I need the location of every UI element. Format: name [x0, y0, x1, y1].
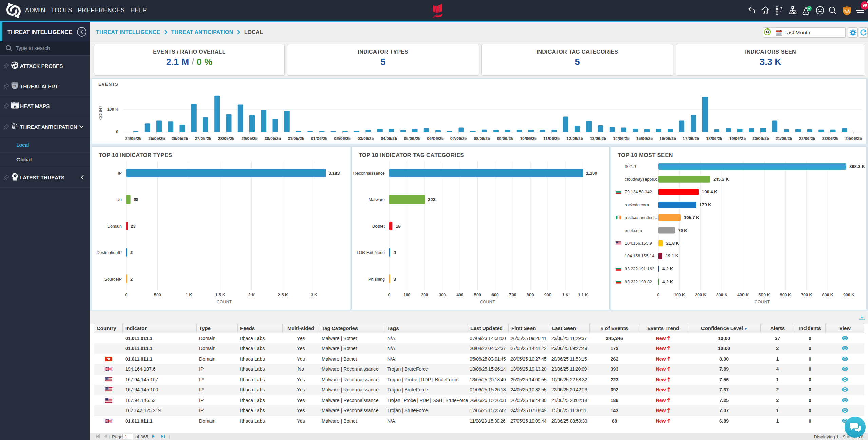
svg-text:12/06/25: 12/06/25 [566, 136, 583, 141]
svg-text:1,100: 1,100 [586, 171, 597, 176]
svg-text:100: 100 [403, 293, 410, 298]
svg-text:79.124.58.142: 79.124.58.142 [625, 190, 652, 194]
svg-text:cloudwaysapps.c…: cloudwaysapps.c… [625, 177, 661, 182]
svg-text:79 K: 79 K [678, 228, 688, 233]
svg-text:800 K: 800 K [822, 293, 833, 298]
svg-text:27/05/25: 27/05/25 [195, 136, 211, 141]
svg-text:888.3 K: 888.3 K [849, 164, 865, 169]
svg-text:0: 0 [388, 293, 391, 298]
svg-text:2.5 K: 2.5 K [278, 293, 288, 298]
svg-text:10/06/25: 10/06/25 [520, 136, 537, 141]
svg-text:1 K: 1 K [562, 293, 568, 298]
svg-text:24/06/25: 24/06/25 [845, 136, 862, 141]
svg-text:EVENTS: EVENTS [98, 82, 118, 87]
svg-text:245.3 K: 245.3 K [713, 177, 729, 182]
svg-text:23: 23 [131, 224, 135, 229]
svg-text:18: 18 [396, 224, 400, 229]
svg-text:COUNT: COUNT [480, 300, 495, 304]
svg-text:25/05/25: 25/05/25 [148, 136, 165, 141]
svg-text:1.5 K: 1.5 K [215, 293, 225, 298]
svg-text:0: 0 [125, 293, 128, 298]
svg-text:3: 3 [393, 276, 396, 282]
svg-text:ff02::1: ff02::1 [625, 164, 637, 169]
svg-text:400: 400 [456, 293, 463, 298]
svg-text:SourceIP: SourceIP [104, 277, 122, 282]
svg-text:500: 500 [474, 293, 481, 298]
svg-text:29/05/25: 29/05/25 [241, 136, 258, 141]
svg-text:3,183: 3,183 [329, 171, 340, 176]
svg-text:100 K: 100 K [107, 107, 118, 112]
svg-text:104.156.155.14: 104.156.155.14 [625, 254, 654, 259]
svg-text:COUNT: COUNT [98, 105, 103, 120]
svg-text:105.7 K: 105.7 K [684, 215, 699, 220]
svg-text:0: 0 [116, 130, 118, 134]
svg-text:03/06/25: 03/06/25 [358, 136, 374, 141]
svg-text:09/06/25: 09/06/25 [497, 136, 514, 141]
svg-text:TOP 10 INDICATOR TAG CATEGORIE: TOP 10 INDICATOR TAG CATEGORIES [359, 152, 464, 158]
svg-text:msftconnecttest…: msftconnecttest… [625, 215, 659, 220]
svg-text:900: 900 [544, 293, 552, 298]
svg-text:200 K: 200 K [695, 293, 706, 298]
svg-text:rackcdn.com: rackcdn.com [625, 203, 649, 207]
svg-text:190.4 K: 190.4 K [702, 189, 717, 194]
svg-text:200: 200 [421, 293, 428, 298]
svg-text:21.8 K: 21.8 K [666, 241, 679, 246]
svg-text:83.222.191.162: 83.222.191.162 [625, 267, 654, 271]
svg-text:17/06/25: 17/06/25 [683, 136, 699, 141]
svg-text:COUNT: COUNT [217, 300, 232, 304]
svg-text:20/06/25: 20/06/25 [752, 136, 769, 141]
svg-text:08/06/25: 08/06/25 [474, 136, 490, 141]
svg-text:Domain: Domain [107, 224, 122, 229]
svg-text:DestinationIP: DestinationIP [97, 250, 122, 255]
svg-text:14/06/25: 14/06/25 [613, 136, 630, 141]
svg-text:300: 300 [439, 293, 446, 298]
svg-text:2: 2 [130, 276, 133, 282]
svg-text:19.1 K: 19.1 K [666, 253, 679, 259]
svg-text:800: 800 [527, 293, 534, 298]
svg-text:15/06/25: 15/06/25 [636, 136, 653, 141]
svg-text:IP: IP [118, 171, 122, 176]
svg-text:0: 0 [657, 293, 660, 298]
svg-text:26/05/25: 26/05/25 [172, 136, 188, 141]
svg-text:600 K: 600 K [780, 293, 791, 298]
svg-text:1 K: 1 K [186, 293, 192, 298]
svg-text:16/06/25: 16/06/25 [659, 136, 676, 141]
svg-text:104.156.155.9: 104.156.155.9 [625, 241, 652, 246]
svg-text:Phishing: Phishing [368, 277, 385, 282]
svg-text:eset.com: eset.com [625, 228, 642, 233]
svg-text:68: 68 [134, 197, 138, 202]
svg-text:Uri: Uri [116, 197, 122, 202]
svg-text:4.2 K: 4.2 K [662, 279, 673, 284]
svg-text:01/06/25: 01/06/25 [311, 136, 328, 141]
svg-text:24/05/25: 24/05/25 [125, 136, 142, 141]
svg-text:11/06/25: 11/06/25 [543, 136, 560, 141]
svg-text:06/06/25: 06/06/25 [427, 136, 444, 141]
svg-text:1.1 K: 1.1 K [578, 293, 588, 298]
svg-text:23/06/25: 23/06/25 [822, 136, 839, 141]
svg-text:05/06/25: 05/06/25 [404, 136, 421, 141]
svg-text:19/06/25: 19/06/25 [729, 136, 746, 141]
svg-text:31/05/25: 31/05/25 [288, 136, 304, 141]
svg-text:28/05/25: 28/05/25 [218, 136, 235, 141]
svg-text:4: 4 [393, 250, 396, 255]
svg-text:700 K: 700 K [801, 293, 812, 298]
svg-text:4.2 K: 4.2 K [662, 266, 673, 271]
svg-text:500 K: 500 K [758, 293, 770, 298]
svg-text:300 K: 300 K [716, 293, 728, 298]
svg-text:18/06/25: 18/06/25 [706, 136, 722, 141]
svg-text:30/05/25: 30/05/25 [265, 136, 281, 141]
svg-text:02/06/25: 02/06/25 [334, 136, 351, 141]
svg-text:22/06/25: 22/06/25 [799, 136, 815, 141]
svg-text:179 K: 179 K [699, 202, 711, 207]
svg-text:Reconnaissance: Reconnaissance [353, 171, 385, 176]
svg-text:Botnet: Botnet [372, 224, 385, 229]
svg-text:3 K: 3 K [311, 293, 317, 298]
svg-text:13/06/25: 13/06/25 [590, 136, 606, 141]
svg-text:07/06/25: 07/06/25 [450, 136, 467, 141]
svg-text:700: 700 [509, 293, 516, 298]
svg-text:TOP 10 MOST SEEN: TOP 10 MOST SEEN [618, 152, 673, 158]
svg-text:TOR Exit Node: TOR Exit Node [356, 250, 385, 255]
svg-text:TOP 10 INDICATOR TYPES: TOP 10 INDICATOR TYPES [99, 152, 172, 158]
svg-text:83.222.190.82: 83.222.190.82 [625, 280, 652, 284]
svg-text:Malware: Malware [369, 197, 385, 202]
